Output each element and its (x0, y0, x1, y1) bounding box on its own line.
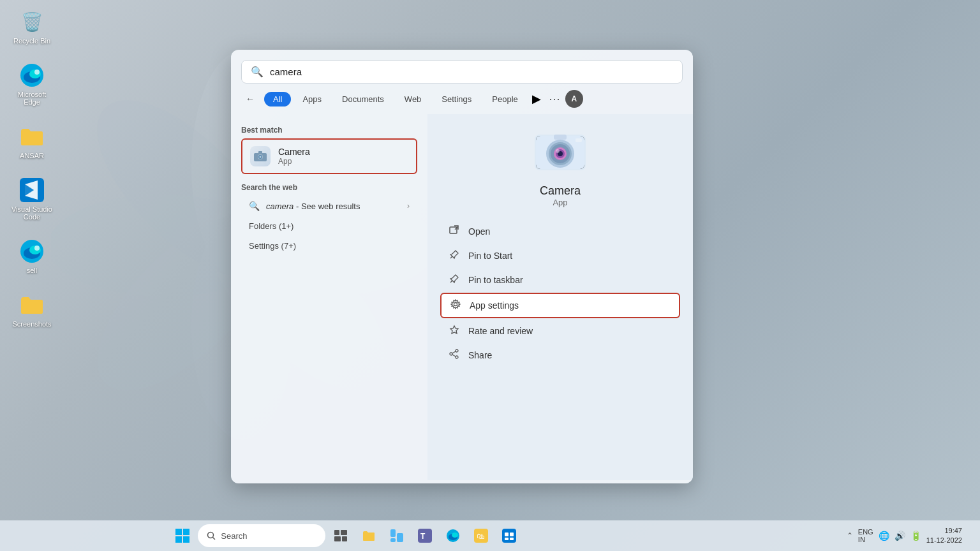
svg-rect-54 (334, 536, 341, 541)
svg-rect-70 (510, 538, 514, 540)
tab-documents[interactable]: Documents (333, 92, 393, 107)
region-label: IN (858, 536, 865, 543)
desktop-icon-edge2[interactable]: sell (6, 236, 57, 277)
taskbar-search-label: Search (221, 531, 247, 541)
file-explorer-button[interactable] (356, 523, 382, 548)
share-icon (448, 349, 461, 362)
folders-section[interactable]: Folders (1+) (241, 216, 417, 236)
edge2-icon (19, 239, 45, 264)
svg-rect-53 (341, 530, 347, 535)
svg-text:🛍: 🛍 (477, 532, 484, 541)
web-search-item-camera[interactable]: 🔍 camera - See web results › (241, 196, 417, 216)
battery-icon[interactable]: 🔋 (910, 531, 921, 541)
language-indicator[interactable]: ENG IN (858, 528, 873, 543)
tab-people[interactable]: People (483, 92, 526, 107)
svg-rect-57 (397, 533, 403, 542)
edge-icon (19, 62, 45, 88)
svg-rect-68 (510, 533, 514, 536)
best-match-item-camera[interactable]: Camera App (241, 138, 417, 174)
action-pin-start-label: Pin to Start (468, 251, 512, 261)
app-icon-button[interactable] (496, 523, 522, 548)
action-pin-taskbar[interactable]: Pin to taskbar (440, 268, 680, 291)
svg-line-51 (213, 538, 216, 540)
web-search-suffix: - See web results (296, 202, 360, 211)
teams-button[interactable]: T (412, 523, 438, 548)
vscode-icon (19, 177, 45, 203)
more-options-icon[interactable]: ⋯ (549, 92, 560, 106)
vscode-label: Visual Studio Code (9, 205, 55, 221)
back-button[interactable]: ← (241, 90, 259, 108)
taskbar-right: ⌃ ENG IN 🌐 🔊 🔋 19:47 11-12-2022 (847, 523, 972, 548)
action-app-settings[interactable]: App settings (440, 293, 680, 318)
tab-all[interactable]: All (264, 92, 291, 107)
app-detail-type: App (553, 198, 567, 207)
action-list: Open Pin to Start Pin to t (440, 220, 680, 367)
svg-point-42 (456, 356, 458, 358)
svg-rect-58 (390, 538, 396, 542)
tab-apps[interactable]: Apps (293, 92, 330, 107)
search-icon: 🔍 (251, 66, 264, 78)
svg-point-19 (34, 246, 40, 251)
app-detail-name: Camera (540, 184, 581, 198)
svg-text:T: T (420, 532, 426, 541)
desktop-icon-vscode[interactable]: Visual Studio Code (6, 175, 57, 223)
clock[interactable]: 19:47 11-12-2022 (926, 526, 962, 546)
action-app-settings-label: App settings (470, 300, 519, 311)
desktop-icon-area: 🗑️ Recycle Bin Microsoft Edge ANSAR Visu… (6, 6, 57, 330)
desktop: 🗑️ Recycle Bin Microsoft Edge ANSAR Visu… (0, 0, 980, 551)
svg-point-41 (456, 349, 458, 352)
desktop-icon-edge[interactable]: Microsoft Edge (6, 60, 57, 108)
svg-rect-69 (505, 538, 509, 540)
edge-taskbar-button[interactable] (440, 523, 466, 548)
desktop-icon-recycle-bin[interactable]: 🗑️ Recycle Bin (6, 6, 57, 47)
main-content: Best match Camera App (231, 114, 693, 480)
best-match-type: App (278, 157, 310, 166)
svg-rect-52 (334, 530, 339, 535)
camera-small-icon (250, 146, 271, 166)
open-icon (448, 225, 461, 238)
svg-point-43 (450, 353, 452, 355)
action-open[interactable]: Open (440, 220, 680, 243)
desktop-icon-ansar[interactable]: ANSAR (6, 121, 57, 162)
action-share[interactable]: Share (440, 344, 680, 367)
system-tray-expand[interactable]: ⌃ (847, 531, 853, 540)
edge-label: Microsoft Edge (9, 91, 55, 106)
notification-bar[interactable] (967, 523, 972, 548)
volume-icon[interactable]: 🔊 (895, 531, 905, 541)
settings-section[interactable]: Settings (7+) (241, 236, 417, 256)
chevron-right-icon: › (407, 202, 410, 210)
widgets-button[interactable] (384, 523, 410, 548)
svg-point-34 (556, 149, 560, 153)
store-button[interactable]: 🛍 (468, 523, 494, 548)
search-input[interactable] (270, 66, 673, 77)
start-button[interactable] (170, 523, 195, 548)
best-match-info: Camera App (278, 147, 310, 166)
network-icon[interactable]: 🌐 (879, 531, 889, 541)
task-view-button[interactable] (328, 523, 353, 548)
action-share-label: Share (468, 350, 492, 360)
play-icon[interactable]: ▶ (532, 92, 541, 106)
best-match-label: Best match (241, 126, 417, 135)
screenshots-label: Screenshots (12, 320, 51, 328)
tab-settings[interactable]: Settings (433, 92, 480, 107)
search-window: 🔍 ← All Apps Documents Web Settings Peop… (231, 50, 693, 483)
ansar-folder-icon (19, 124, 45, 149)
taskbar-search[interactable]: Search (198, 524, 325, 547)
taskbar-search-icon (207, 531, 216, 540)
action-rate-review-label: Rate and review (468, 326, 533, 336)
svg-rect-49 (183, 536, 189, 543)
tab-web[interactable]: Web (396, 92, 431, 107)
rate-icon (448, 325, 461, 337)
svg-point-39 (454, 303, 457, 306)
action-pin-start[interactable]: Pin to Start (440, 244, 680, 267)
web-search-query: camera (266, 202, 293, 211)
action-rate-review[interactable]: Rate and review (440, 320, 680, 342)
right-panel: Camera App Open (427, 114, 693, 480)
desktop-icon-screenshots[interactable]: Screenshots (6, 290, 57, 330)
svg-marker-40 (450, 326, 458, 334)
filter-tabs: ← All Apps Documents Web Settings People… (231, 84, 693, 114)
svg-rect-35 (554, 135, 567, 140)
language-label: ENG (858, 528, 873, 536)
camera-detail-icon (535, 127, 586, 178)
user-avatar[interactable]: A (565, 90, 583, 108)
